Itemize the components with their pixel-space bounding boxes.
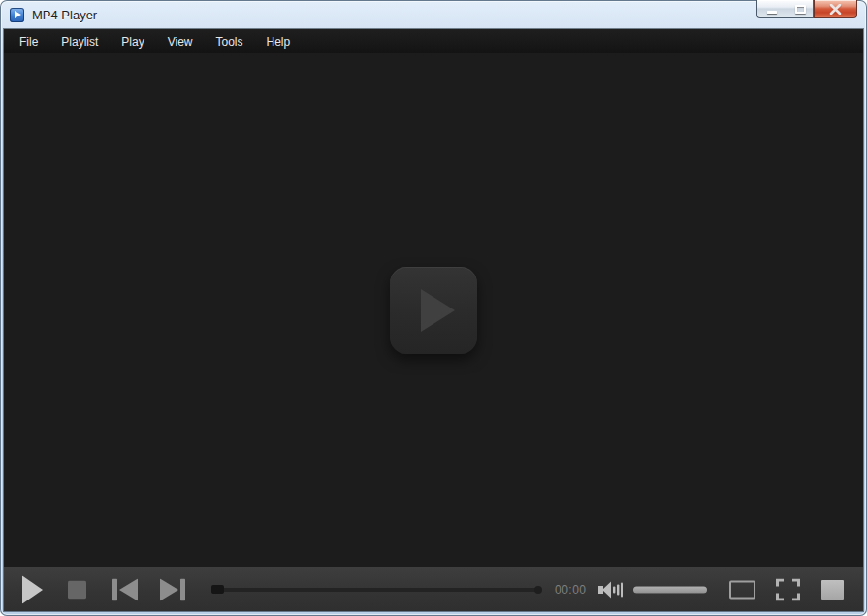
square-button[interactable] [821, 580, 844, 600]
app-icon [10, 8, 24, 22]
maximize-button[interactable] [787, 0, 814, 18]
play-overlay-icon [420, 288, 457, 333]
aspect-ratio-button[interactable] [729, 580, 755, 599]
minimize-button[interactable] [756, 0, 787, 18]
video-area[interactable] [4, 53, 863, 567]
maximize-icon [795, 5, 806, 14]
play-icon [21, 575, 44, 603]
volume-slider[interactable] [633, 586, 707, 593]
volume-button[interactable] [598, 580, 623, 599]
window-controls [756, 0, 857, 18]
window-content: File Playlist Play View Tools Help [4, 29, 863, 611]
menu-item-tools[interactable]: Tools [205, 30, 255, 53]
big-play-button[interactable] [390, 267, 477, 354]
volume-icon [598, 580, 623, 599]
previous-button[interactable] [112, 578, 138, 600]
rectangle-icon [729, 580, 755, 599]
menu-item-playlist[interactable]: Playlist [49, 30, 110, 53]
menu-item-view[interactable]: View [156, 30, 205, 53]
fullscreen-button[interactable] [776, 578, 800, 600]
fullscreen-icon [776, 578, 800, 600]
window-title: MP4 Player [32, 8, 97, 22]
stop-button[interactable] [68, 580, 86, 599]
menu-item-file[interactable]: File [8, 30, 49, 53]
close-icon [829, 4, 842, 15]
volume-fill [633, 586, 707, 593]
previous-icon [112, 578, 138, 600]
stop-icon [68, 580, 86, 599]
menu-item-play[interactable]: Play [110, 30, 155, 53]
menu-item-help[interactable]: Help [255, 30, 303, 53]
next-button[interactable] [160, 578, 185, 600]
seek-handle[interactable] [211, 585, 224, 594]
close-button[interactable] [814, 0, 857, 18]
seek-track[interactable] [211, 588, 540, 592]
square-icon [821, 580, 844, 600]
seek-bar[interactable] [211, 584, 540, 596]
next-icon [160, 578, 185, 600]
minimize-icon [767, 11, 777, 14]
play-button[interactable] [21, 575, 44, 603]
app-window: MP4 Player File Playlist Play View Tools… [0, 0, 867, 616]
menubar: File Playlist Play View Tools Help [4, 29, 863, 53]
titlebar[interactable]: MP4 Player [2, 2, 865, 28]
time-display: 00:00 [555, 583, 587, 597]
control-bar: 00:00 [4, 567, 863, 611]
